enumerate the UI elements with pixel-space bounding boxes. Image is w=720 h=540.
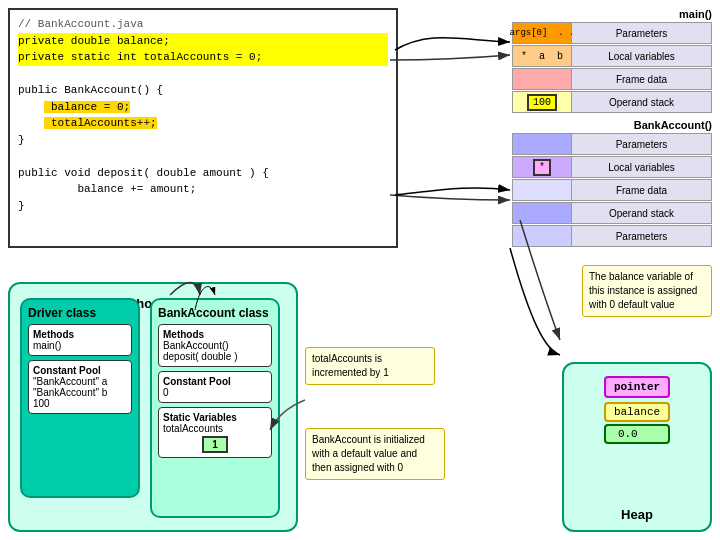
- stack-row-params-main: args[0] . . Parameters: [512, 22, 712, 44]
- stack-ba-params-label: Parameters: [572, 133, 712, 155]
- stack-operand-value: 100: [512, 91, 572, 113]
- stack-params-label: Parameters: [572, 22, 712, 44]
- ba-static-value: 1: [202, 436, 228, 453]
- stack-panel: main() args[0] . . Parameters * a b Loca…: [512, 8, 712, 248]
- heap-pointer: pointer: [604, 376, 670, 398]
- code-line5: totalAccounts++;: [18, 115, 388, 132]
- stack-ba-locals-value: *: [512, 156, 572, 178]
- stack-row-params-ba: Parameters: [512, 133, 712, 155]
- bankaccount-class-box: BankAccount class Methods BankAccount() …: [150, 298, 280, 518]
- stack-row-operand-ba: Operand stack: [512, 202, 712, 224]
- stack-args-value: args[0] . .: [512, 22, 572, 44]
- driver-cp-title: Constant Pool: [33, 365, 127, 376]
- stack-frame-value: [512, 68, 572, 90]
- stack-row-params-ba2: Parameters: [512, 225, 712, 247]
- stack-row-locals-main: * a b Local variables: [512, 45, 712, 67]
- stack-ba-operand-label: Operand stack: [572, 202, 712, 224]
- balance-note: The balance variable of this instance is…: [582, 265, 712, 317]
- driver-methods-box: Methods main(): [28, 324, 132, 356]
- stack-locals-label: Local variables: [572, 45, 712, 67]
- code-panel: // BankAccount.java private double balan…: [8, 8, 398, 248]
- heap-balance-label: balance: [604, 402, 670, 422]
- driver-cp-item1: "BankAccount" a: [33, 376, 127, 387]
- main-frame-label: main(): [512, 8, 712, 20]
- stack-ba-operand-value: [512, 202, 572, 224]
- bankaccount-frame-label: BankAccount(): [512, 119, 712, 131]
- stack-row-frame-main: Frame data: [512, 68, 712, 90]
- ba-methods-box: Methods BankAccount() deposit( double ): [158, 324, 272, 367]
- driver-methods-content: main(): [33, 340, 127, 351]
- ba-methods-title: Methods: [163, 329, 267, 340]
- stack-locals-value: * a b: [512, 45, 572, 67]
- method-area: Driver class Methods main() Constant Poo…: [8, 282, 298, 532]
- stack-ba-params2-label: Parameters: [572, 225, 712, 247]
- code-blank2: [18, 148, 388, 165]
- stack-row-frame-ba: Frame data: [512, 179, 712, 201]
- bankaccount-init-note: BankAccount is initialized with a defaul…: [305, 428, 445, 480]
- heap-balance-value: 0.0: [604, 424, 670, 444]
- stack-ba-params2-value: [512, 225, 572, 247]
- ba-static-var-box: Static Variables totalAccounts 1: [158, 407, 272, 458]
- stack-ba-locals-label: Local variables: [572, 156, 712, 178]
- stack-frame-label: Frame data: [572, 68, 712, 90]
- ba-static-name: totalAccounts: [163, 423, 267, 434]
- code-line9: }: [18, 198, 388, 215]
- ba-cp-title: Constant Pool: [163, 376, 267, 387]
- driver-class-title: Driver class: [28, 306, 132, 320]
- driver-constant-pool-box: Constant Pool "BankAccount" a "BankAccou…: [28, 360, 132, 414]
- ba-cp-value: 0: [163, 387, 267, 398]
- ba-static-title: Static Variables: [163, 412, 267, 423]
- stack-ba-frame-label: Frame data: [572, 179, 712, 201]
- driver-cp-item2: "BankAccount" b: [33, 387, 127, 398]
- driver-cp-item3: 100: [33, 398, 127, 409]
- ba-methods-content2: deposit( double ): [163, 351, 267, 362]
- code-line6: }: [18, 132, 388, 149]
- stack-row-locals-ba: * Local variables: [512, 156, 712, 178]
- driver-class-box: Driver class Methods main() Constant Poo…: [20, 298, 140, 498]
- code-comment: // BankAccount.java: [18, 16, 388, 33]
- code-line3: public BankAccount() {: [18, 82, 388, 99]
- stack-operand-label: Operand stack: [572, 91, 712, 113]
- code-line2: private static int totalAccounts = 0;: [18, 49, 388, 66]
- stack-ba-frame-value: [512, 179, 572, 201]
- ba-cp-box: Constant Pool 0: [158, 371, 272, 403]
- code-line1: private double balance;: [18, 33, 388, 50]
- driver-methods-title: Methods: [33, 329, 127, 340]
- heap-area: pointer balance 0.0 Heap: [562, 362, 712, 532]
- code-line8: balance += amount;: [18, 181, 388, 198]
- heap-title: Heap: [621, 507, 653, 522]
- stack-ba-params-value: [512, 133, 572, 155]
- code-blank1: [18, 66, 388, 83]
- bankaccount-class-title: BankAccount class: [158, 306, 272, 320]
- code-line4: balance = 0;: [18, 99, 388, 116]
- totalaccounts-note: totalAccounts is incremented by 1: [305, 347, 435, 385]
- stack-row-operand-main: 100 Operand stack: [512, 91, 712, 113]
- ba-methods-content: BankAccount(): [163, 340, 267, 351]
- code-line7: public void deposit( double amount ) {: [18, 165, 388, 182]
